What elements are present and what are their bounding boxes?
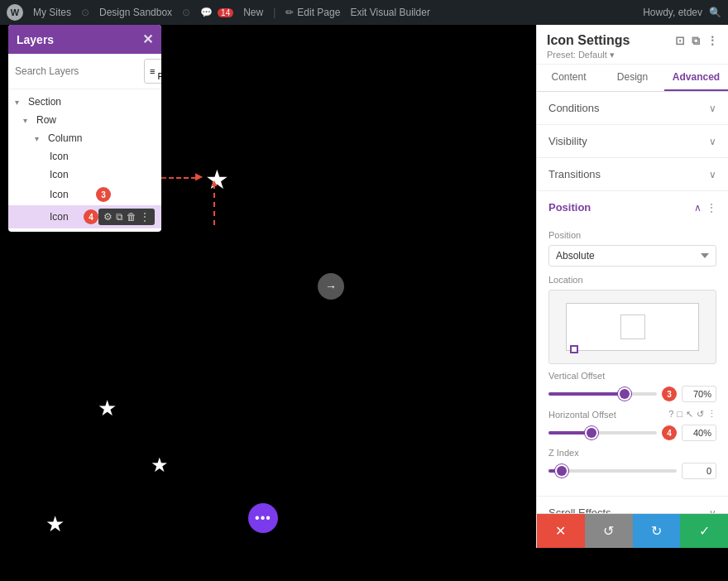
design-sandbox-btn[interactable]: Design Sandbox bbox=[99, 7, 172, 18]
layers-header: Layers ✕ bbox=[8, 25, 161, 54]
row-settings-icon[interactable]: ⚙ bbox=[123, 114, 132, 126]
icon-3-copy-icon[interactable]: ⧉ bbox=[122, 189, 130, 200]
horizontal-offset-track[interactable] bbox=[548, 431, 657, 435]
new-btn[interactable]: New bbox=[243, 7, 263, 18]
icon-2-settings-icon[interactable]: ⚙ bbox=[111, 169, 120, 180]
tab-content-label: Content bbox=[551, 71, 586, 83]
layers-search-input[interactable] bbox=[15, 65, 139, 77]
icon-4-delete-icon[interactable]: 🗑 bbox=[127, 211, 136, 223]
position-header[interactable]: Position ∧ ⋮ bbox=[537, 191, 728, 223]
howdy-btn[interactable]: Howdy, etdev bbox=[643, 7, 702, 18]
position-menu-icon[interactable]: ⋮ bbox=[706, 202, 716, 214]
layer-icon-2[interactable]: Icon ⚙ ⧉ 🗑 ⋮ bbox=[8, 166, 161, 184]
purple-dot[interactable]: ••• bbox=[248, 503, 278, 533]
section-menu-icon[interactable]: ⋮ bbox=[145, 96, 155, 108]
icon-2-copy-icon[interactable]: ⧉ bbox=[122, 169, 130, 180]
scroll-effects-header[interactable]: Scroll Effects ∨ bbox=[537, 497, 728, 513]
vertical-offset-thumb[interactable] bbox=[620, 389, 630, 399]
z-index-input[interactable] bbox=[682, 463, 716, 479]
collapse-arrow-icon: → bbox=[325, 280, 337, 293]
help-icon[interactable]: ? bbox=[668, 409, 673, 420]
more-icon[interactable]: ⋮ bbox=[707, 409, 716, 420]
z-index-thumb[interactable] bbox=[557, 466, 567, 476]
icon-2-delete-icon[interactable]: 🗑 bbox=[132, 169, 142, 180]
cursor-icon[interactable]: ↖ bbox=[686, 409, 693, 420]
collapse-panel-btn[interactable]: → bbox=[318, 273, 344, 300]
layer-icon-1[interactable]: Icon ⚙ ⧉ 🗑 ⋮ bbox=[8, 147, 161, 166]
icon-3-delete-icon[interactable]: 🗑 bbox=[132, 189, 142, 200]
layer-row[interactable]: ▾ Row ⚙ ⧉ 🗑 bbox=[8, 111, 161, 129]
vertical-offset-track[interactable] bbox=[548, 392, 657, 396]
location-map[interactable] bbox=[548, 290, 716, 364]
row-copy-icon[interactable]: ⧉ bbox=[135, 114, 142, 126]
scroll-effects-chevron: ∨ bbox=[709, 507, 716, 514]
section-position: Position ∧ ⋮ Position Absolute Relative … bbox=[537, 191, 728, 497]
wp-logo-btn[interactable]: W bbox=[7, 4, 23, 21]
icon-3-menu-icon[interactable]: ⋮ bbox=[145, 189, 155, 200]
icon-4-copy-icon[interactable]: ⧉ bbox=[116, 211, 123, 223]
panel-copy-icon[interactable]: ⧉ bbox=[692, 34, 700, 48]
section-copy-icon[interactable]: ⧉ bbox=[122, 96, 130, 108]
comments-count: 14 bbox=[218, 8, 233, 17]
panel-settings-icon[interactable]: ⊡ bbox=[675, 34, 685, 48]
my-sites-btn[interactable]: My Sites bbox=[33, 7, 71, 18]
layer-section[interactable]: ▾ Section ⚙ ⧉ 🗑 ⋮ bbox=[8, 93, 161, 111]
position-select[interactable]: Absolute Relative Fixed Static bbox=[548, 245, 716, 266]
column-toggle[interactable]: ▾ bbox=[35, 134, 45, 143]
tab-advanced[interactable]: Advanced bbox=[664, 65, 728, 91]
star-icon-1: ★ bbox=[205, 164, 229, 195]
filter-icon: ≡ bbox=[150, 66, 155, 76]
icon-1-settings-icon[interactable]: ⚙ bbox=[111, 151, 120, 162]
redo-btn[interactable]: ↻ bbox=[633, 514, 681, 548]
comments-btn[interactable]: 💬 14 bbox=[200, 7, 233, 18]
icon-1-delete-icon[interactable]: 🗑 bbox=[132, 151, 142, 162]
transitions-header[interactable]: Transitions ∨ bbox=[537, 158, 728, 190]
undo-btn[interactable]: ↺ bbox=[585, 514, 633, 548]
search-admin-btn[interactable]: 🔍 bbox=[709, 7, 721, 18]
layer-icon-3[interactable]: Icon 3 ⚙ ⧉ 🗑 ⋮ bbox=[8, 184, 161, 205]
row-delete-icon[interactable]: 🗑 bbox=[145, 114, 155, 126]
icon-1-copy-icon[interactable]: ⧉ bbox=[122, 151, 130, 162]
vertical-offset-input[interactable] bbox=[682, 386, 716, 402]
canvas[interactable]: ★ ★ ★ ★ ••• Layers ✕ ≡ + Filter bbox=[0, 25, 536, 548]
filter-btn[interactable]: ≡ + Filter bbox=[144, 59, 161, 84]
horizontal-offset-input[interactable] bbox=[682, 425, 716, 441]
layers-title: Layers bbox=[17, 33, 54, 46]
section-toggle[interactable]: ▾ bbox=[15, 98, 25, 107]
icon-2-menu-icon[interactable]: ⋮ bbox=[145, 169, 155, 180]
column-copy-icon[interactable]: ⧉ bbox=[147, 132, 155, 144]
exit-vb-btn[interactable]: Exit Visual Builder bbox=[350, 7, 430, 18]
layers-close-btn[interactable]: ✕ bbox=[142, 31, 153, 47]
column-settings-icon[interactable]: ⚙ bbox=[136, 132, 145, 144]
panel-preset[interactable]: Preset: Default ▾ bbox=[547, 50, 718, 60]
position-up-icon[interactable]: ∧ bbox=[694, 202, 702, 214]
transitions-chevron: ∨ bbox=[709, 169, 716, 180]
tab-design[interactable]: Design bbox=[601, 65, 664, 91]
purple-dot-dots: ••• bbox=[255, 511, 271, 526]
conditions-header[interactable]: Conditions ∨ bbox=[537, 92, 728, 124]
save-btn[interactable]: ✓ bbox=[680, 514, 728, 548]
tab-content[interactable]: Content bbox=[537, 65, 601, 91]
icon-4-settings-icon[interactable]: ⚙ bbox=[103, 211, 113, 223]
cancel-btn[interactable]: ✕ bbox=[537, 514, 585, 548]
desktop-icon[interactable]: □ bbox=[677, 409, 682, 420]
icon-4-menu-icon[interactable]: ⋮ bbox=[140, 211, 150, 223]
horizontal-offset-slider-row: 4 bbox=[548, 425, 716, 441]
horizontal-offset-thumb[interactable] bbox=[587, 428, 596, 438]
row-toggle[interactable]: ▾ bbox=[23, 116, 33, 125]
location-field-label: Location bbox=[548, 275, 716, 285]
conditions-title: Conditions bbox=[548, 102, 599, 114]
edit-page-btn[interactable]: ✏ Edit Page bbox=[285, 7, 340, 18]
conditions-chevron: ∨ bbox=[709, 103, 716, 114]
z-index-track[interactable] bbox=[548, 469, 677, 473]
panel-menu-icon[interactable]: ⋮ bbox=[706, 34, 718, 48]
layer-column[interactable]: ▾ Column ⚙ ⧉ bbox=[8, 129, 161, 147]
icon-3-settings-icon[interactable]: ⚙ bbox=[111, 189, 120, 200]
section-delete-icon[interactable]: 🗑 bbox=[132, 96, 142, 108]
undo-small-icon[interactable]: ↺ bbox=[697, 409, 704, 420]
visibility-header[interactable]: Visibility ∨ bbox=[537, 125, 728, 157]
layer-icon-4[interactable]: Icon 4 ⚙ ⧉ 🗑 ⋮ bbox=[8, 205, 161, 228]
section-settings-icon[interactable]: ⚙ bbox=[111, 96, 120, 108]
icon-1-menu-icon[interactable]: ⋮ bbox=[145, 151, 155, 162]
filter-label: + Filter bbox=[157, 61, 161, 81]
